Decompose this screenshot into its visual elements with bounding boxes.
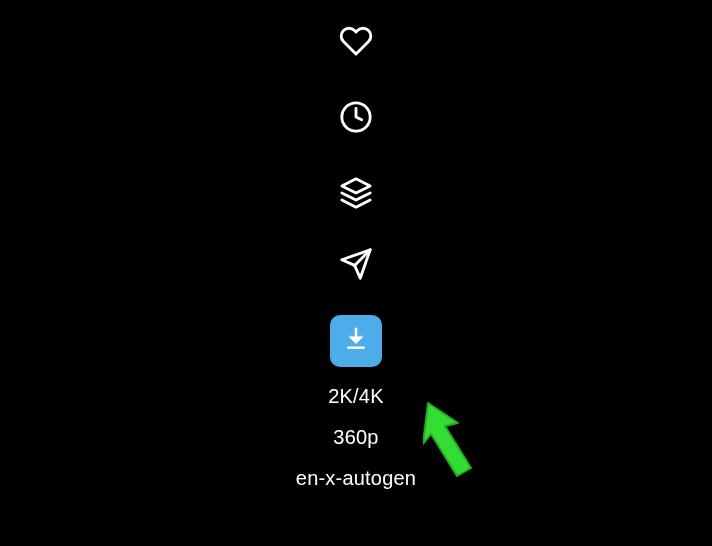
svg-marker-1 [342, 179, 370, 193]
quality-option-low[interactable]: 360p [333, 426, 378, 449]
layers-button[interactable] [333, 170, 379, 216]
send-icon [339, 247, 373, 281]
quality-option-high[interactable]: 2K/4K [328, 385, 383, 408]
download-button[interactable] [330, 315, 382, 367]
heart-icon [339, 24, 373, 58]
action-column: 2K/4K 360p en-x-autogen [0, 18, 712, 490]
svg-marker-5 [349, 337, 364, 345]
svg-rect-6 [347, 347, 365, 350]
like-button[interactable] [333, 18, 379, 64]
clock-icon [339, 100, 373, 134]
caption-language-option[interactable]: en-x-autogen [296, 467, 416, 490]
download-icon [341, 324, 371, 358]
watch-later-button[interactable] [333, 94, 379, 140]
share-button[interactable] [333, 241, 379, 287]
layers-icon [339, 176, 373, 210]
